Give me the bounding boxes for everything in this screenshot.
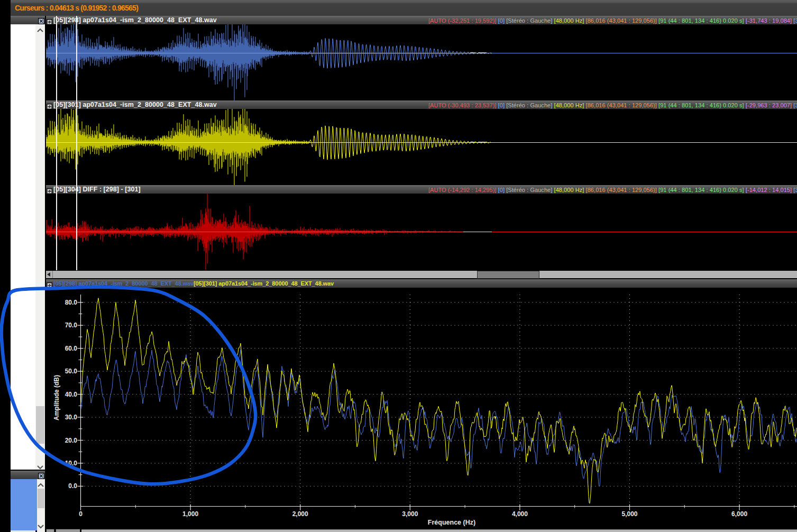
svg-text:0.0: 0.0 xyxy=(68,482,77,490)
svg-text:30.0: 30.0 xyxy=(65,414,78,421)
svg-text:Fréquence (Hz): Fréquence (Hz) xyxy=(428,519,475,526)
svg-text:80.0: 80.0 xyxy=(65,299,78,306)
svg-text:3,000: 3,000 xyxy=(402,510,418,518)
svg-text:1,000: 1,000 xyxy=(182,510,198,518)
svg-text:40.0: 40.0 xyxy=(65,391,78,398)
svg-text:5,000: 5,000 xyxy=(621,510,637,518)
svg-text:0: 0 xyxy=(79,510,83,518)
svg-text:20.0: 20.0 xyxy=(65,437,78,444)
svg-text:60.0: 60.0 xyxy=(65,345,78,352)
svg-text:2,000: 2,000 xyxy=(292,510,308,518)
svg-text:50.0: 50.0 xyxy=(65,368,78,375)
svg-text:10.0: 10.0 xyxy=(65,460,78,467)
svg-text:70.0: 70.0 xyxy=(65,322,78,329)
svg-text:Amplitude (dB): Amplitude (dB) xyxy=(53,375,60,420)
svg-text:6,000: 6,000 xyxy=(731,510,747,518)
svg-text:4,000: 4,000 xyxy=(512,510,528,518)
